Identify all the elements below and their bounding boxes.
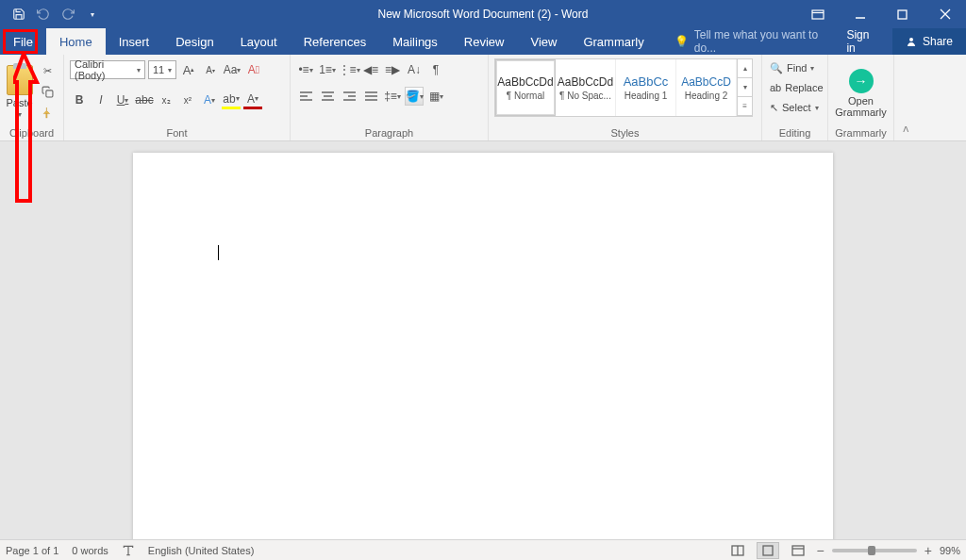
style-heading-2[interactable]: AaBbCcD Heading 2	[676, 59, 737, 116]
save-icon[interactable]	[8, 3, 30, 25]
zoom-out-icon[interactable]: −	[817, 543, 824, 558]
tell-me-placeholder: Tell me what you want to do...	[694, 28, 834, 55]
group-styles: AaBbCcDd ¶ Normal AaBbCcDd ¶ No Spac... …	[489, 55, 762, 140]
group-paragraph: •≡▾ 1≡▾ ⋮≡▾ ◀≡ ≡▶ A↓ ¶ ‡≡▾ 🪣▾ ▦▾ Paragra…	[291, 55, 489, 140]
word-count[interactable]: 0 words	[72, 545, 108, 556]
format-painter-icon[interactable]	[37, 105, 58, 122]
strikethrough-button[interactable]: abc	[135, 91, 154, 109]
increase-indent-icon[interactable]: ≡▶	[383, 60, 402, 79]
grammarly-icon: →	[849, 69, 874, 93]
style-heading-1[interactable]: AaBbCc Heading 1	[616, 59, 676, 116]
open-grammarly-button[interactable]: → Open Grammarly	[834, 67, 888, 118]
decrease-indent-icon[interactable]: ◀≡	[361, 60, 380, 79]
collapse-ribbon-icon[interactable]: ʌ	[894, 55, 917, 140]
maximize-icon[interactable]	[881, 0, 924, 28]
underline-button[interactable]: U▾	[113, 91, 132, 109]
align-left-icon[interactable]	[296, 87, 315, 106]
bullets-icon[interactable]: •≡▾	[296, 60, 315, 79]
ribbon-display-icon[interactable]	[796, 0, 839, 28]
italic-button[interactable]: I	[92, 91, 110, 109]
tab-mailings[interactable]: Mailings	[379, 28, 451, 55]
tab-review[interactable]: Review	[451, 28, 518, 55]
find-button[interactable]: 🔍Find▾	[768, 58, 822, 77]
tab-layout[interactable]: Layout	[227, 28, 291, 55]
cursor-icon: ↖	[770, 102, 778, 114]
gallery-up-icon[interactable]: ▴	[738, 59, 752, 78]
print-layout-icon[interactable]	[757, 542, 779, 559]
font-size-select[interactable]: 11▾	[148, 60, 176, 79]
tab-design[interactable]: Design	[162, 28, 226, 55]
style-normal[interactable]: AaBbCcDd ¶ Normal	[495, 59, 556, 116]
clear-formatting-icon[interactable]: A⃠	[244, 60, 263, 79]
zoom-in-icon[interactable]: +	[924, 543, 932, 558]
svg-rect-7	[45, 91, 52, 97]
show-marks-icon[interactable]: ¶	[426, 60, 445, 79]
select-button[interactable]: ↖Select▾	[768, 98, 822, 117]
status-bar: Page 1 of 1 0 words English (United Stat…	[0, 539, 966, 560]
borders-icon[interactable]: ▦▾	[426, 87, 445, 106]
share-icon	[906, 36, 917, 47]
document-area	[0, 141, 966, 539]
svg-point-6	[909, 38, 913, 41]
redo-icon[interactable]	[57, 3, 79, 25]
copy-icon[interactable]	[37, 84, 58, 101]
close-icon[interactable]	[924, 0, 966, 28]
tab-file[interactable]: File	[0, 28, 46, 55]
styles-group-label: Styles	[494, 125, 756, 139]
superscript-button[interactable]: x²	[178, 91, 197, 109]
spell-check-icon[interactable]	[122, 544, 135, 557]
text-cursor	[218, 245, 219, 260]
font-color-icon[interactable]: A▾	[243, 91, 262, 109]
svg-rect-24	[792, 546, 804, 555]
tell-me-search[interactable]: 💡 Tell me what you want to do...	[675, 28, 834, 55]
shading-icon[interactable]: 🪣▾	[405, 87, 424, 106]
align-center-icon[interactable]	[318, 87, 337, 106]
multilevel-list-icon[interactable]: ⋮≡▾	[340, 60, 358, 79]
paste-label: Paste	[6, 97, 32, 108]
language-indicator[interactable]: English (United States)	[148, 545, 255, 556]
minimize-icon[interactable]	[839, 0, 881, 28]
svg-rect-8	[45, 114, 46, 118]
paste-button[interactable]: Paste ▾	[6, 58, 33, 125]
search-icon: 🔍	[770, 62, 783, 74]
paragraph-group-label: Paragraph	[296, 125, 482, 139]
align-right-icon[interactable]	[340, 87, 358, 106]
zoom-thumb[interactable]	[868, 546, 875, 555]
tab-references[interactable]: References	[291, 28, 379, 55]
gallery-more-icon[interactable]: ≡	[738, 97, 752, 116]
justify-icon[interactable]	[361, 87, 380, 106]
text-effects-icon[interactable]: A▾	[200, 91, 219, 109]
font-name-select[interactable]: Calibri (Body)▾	[70, 60, 145, 79]
read-mode-icon[interactable]	[726, 542, 749, 559]
tab-home[interactable]: Home	[46, 28, 106, 55]
sign-in-link[interactable]: Sign in	[833, 28, 892, 55]
grammarly-group-label: Grammarly	[835, 125, 886, 139]
grow-font-icon[interactable]: A▴	[179, 60, 198, 79]
document-page[interactable]	[133, 153, 833, 539]
share-button[interactable]: Share	[892, 28, 966, 55]
web-layout-icon[interactable]	[787, 542, 809, 559]
replace-button[interactable]: abReplace	[768, 78, 822, 97]
tab-insert[interactable]: Insert	[106, 28, 163, 55]
style-no-spacing[interactable]: AaBbCcDd ¶ No Spac...	[556, 59, 616, 116]
line-spacing-icon[interactable]: ‡≡▾	[383, 87, 402, 106]
zoom-level[interactable]: 99%	[940, 545, 960, 556]
zoom-slider[interactable]	[832, 549, 917, 552]
highlight-color-icon[interactable]: ab▾	[222, 91, 241, 109]
sort-icon[interactable]: A↓	[405, 60, 424, 79]
change-case-icon[interactable]: Aa▾	[223, 60, 242, 79]
svg-rect-3	[898, 10, 907, 19]
tab-view[interactable]: View	[517, 28, 570, 55]
tab-grammarly[interactable]: Grammarly	[570, 28, 657, 55]
page-indicator[interactable]: Page 1 of 1	[6, 545, 58, 556]
cut-icon[interactable]: ✂	[37, 63, 58, 80]
undo-icon[interactable]	[32, 3, 55, 25]
gallery-down-icon[interactable]: ▾	[738, 78, 752, 97]
subscript-button[interactable]: x₂	[157, 91, 175, 109]
numbering-icon[interactable]: 1≡▾	[318, 60, 337, 79]
group-font: Calibri (Body)▾ 11▾ A▴ A▾ Aa▾ A⃠ B I U▾ …	[64, 55, 291, 140]
ribbon: Paste ▾ ✂ Clipboard Calibri (Body)▾ 11▾ …	[0, 55, 966, 141]
bold-button[interactable]: B	[70, 91, 89, 109]
qat-dropdown-icon[interactable]: ▾	[81, 3, 104, 25]
shrink-font-icon[interactable]: A▾	[201, 60, 220, 79]
